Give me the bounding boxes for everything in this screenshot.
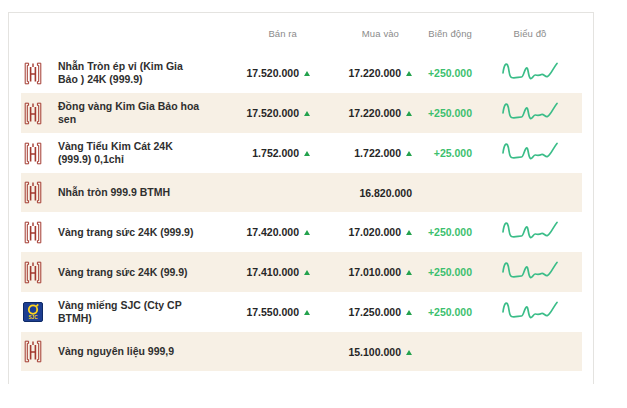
- sparkline-cell: [474, 259, 582, 285]
- brand-logo: SJC: [23, 221, 43, 244]
- buy-price: 16.820.000: [359, 187, 412, 199]
- table-row: SJC Vàng miếng SJC (Cty CP BTMH) 17.550.…: [21, 292, 582, 332]
- buy-price: 1.722.000: [354, 147, 401, 159]
- price-change: +250.000: [412, 266, 474, 278]
- sell-price-cell: 17.420.000: [218, 226, 310, 238]
- product-name: Vàng nguyên liệu 999,9: [58, 345, 174, 358]
- product-name: Nhẫn tròn 999.9 BTMH: [58, 186, 170, 199]
- up-triangle-icon: [406, 350, 412, 355]
- buy-price-cell: 17.020.000: [310, 226, 412, 238]
- column-header-buy: Mua vào: [310, 28, 412, 39]
- btmh-logo-icon: [23, 102, 43, 125]
- sparkline-chart-icon: [501, 299, 559, 325]
- table-row: SJC Nhẫn tròn 999.9 BTMH 16.820.000: [21, 173, 582, 212]
- product-name-cell: SJC Nhẫn Tròn ép vỉ (Kim Gia Bảo ) 24K (…: [21, 60, 218, 86]
- brand-logo: SJC: [23, 102, 43, 125]
- buy-price-cell: 17.250.000: [310, 306, 412, 318]
- sell-price-cell: 17.520.000: [218, 67, 310, 79]
- svg-text:SJC: SJC: [29, 315, 39, 320]
- table-row: SJC Vàng nguyên liệu 999,9 15.100.000: [21, 332, 582, 371]
- product-name: Đồng vàng Kim Gia Bảo hoa sen: [58, 100, 204, 126]
- brand-logo: SJC: [23, 142, 43, 165]
- buy-price-cell: 15.100.000: [310, 346, 412, 358]
- sell-price: 17.520.000: [246, 107, 299, 119]
- product-name: Vàng miếng SJC (Cty CP BTMH): [58, 299, 204, 325]
- column-header-chart: Biểu đồ: [474, 28, 582, 39]
- buy-price-cell: 16.820.000: [310, 187, 412, 199]
- buy-price: 17.020.000: [348, 226, 401, 238]
- brand-logo: SJC: [23, 301, 43, 324]
- product-name: Vàng trang sức 24K (99.9): [58, 266, 188, 279]
- product-name-cell: SJC Đồng vàng Kim Gia Bảo hoa sen: [21, 100, 218, 126]
- sell-price-cell: 17.550.000: [218, 306, 310, 318]
- table-row: SJC Đồng vàng Kim Gia Bảo hoa sen 17.520…: [21, 93, 582, 133]
- product-name: Nhẫn Tròn ép vỉ (Kim Gia Bảo ) 24K (999.…: [58, 60, 204, 86]
- btmh-logo-icon: [23, 62, 43, 85]
- price-change: +250.000: [412, 226, 474, 238]
- product-name: Vàng trang sức 24K (999.9): [58, 226, 193, 239]
- sparkline-cell: [474, 60, 582, 86]
- buy-price: 15.100.000: [348, 346, 401, 358]
- sell-price: 17.550.000: [246, 306, 299, 318]
- column-header-sell: Bán ra: [218, 28, 310, 39]
- product-name-cell: SJC Vàng nguyên liệu 999,9: [21, 340, 218, 363]
- column-header-change: Biến động: [412, 28, 474, 39]
- buy-price: 17.220.000: [348, 107, 401, 119]
- gold-price-table-card: Bán ra Mua vào Biến động Biểu đồ SJC: [8, 12, 594, 384]
- product-name-cell: SJC Vàng trang sức 24K (99.9): [21, 261, 218, 284]
- price-change: +250.000: [412, 67, 474, 79]
- buy-price: 17.250.000: [348, 306, 401, 318]
- table-row: SJC Nhẫn Tròn ép vỉ (Kim Gia Bảo ) 24K (…: [21, 53, 582, 93]
- sparkline-chart-icon: [501, 140, 559, 166]
- table-row: SJC Vàng Tiểu Kim Cát 24K (999.9) 0,1chỉ…: [21, 133, 582, 173]
- sell-price-cell: 1.752.000: [218, 147, 310, 159]
- buy-price-cell: 17.220.000: [310, 67, 412, 79]
- brand-logo: SJC: [23, 62, 43, 85]
- sell-price: 17.410.000: [246, 266, 299, 278]
- btmh-logo-icon: [23, 340, 43, 363]
- buy-price-cell: 17.220.000: [310, 107, 412, 119]
- btmh-logo-icon: [23, 221, 43, 244]
- sell-price: 17.420.000: [246, 226, 299, 238]
- sell-price-cell: 17.520.000: [218, 107, 310, 119]
- product-name-cell: SJC Vàng Tiểu Kim Cát 24K (999.9) 0,1chỉ: [21, 140, 218, 166]
- buy-price: 17.010.000: [348, 266, 401, 278]
- btmh-logo-icon: [23, 261, 43, 284]
- product-name: Vàng Tiểu Kim Cát 24K (999.9) 0,1chỉ: [58, 140, 204, 166]
- sparkline-cell: [474, 140, 582, 166]
- product-name-cell: SJC Nhẫn tròn 999.9 BTMH: [21, 181, 218, 204]
- sparkline-chart-icon: [501, 259, 559, 285]
- sjc-logo-icon: SJC: [23, 302, 43, 322]
- brand-logo: SJC: [23, 181, 43, 204]
- sparkline-cell: [474, 299, 582, 325]
- sell-price: 17.520.000: [246, 67, 299, 79]
- buy-price: 17.220.000: [348, 67, 401, 79]
- sparkline-chart-icon: [501, 100, 559, 126]
- sparkline-chart-icon: [501, 60, 559, 86]
- product-name-cell: SJC Vàng miếng SJC (Cty CP BTMH): [21, 299, 218, 325]
- btmh-logo-icon: [23, 181, 43, 204]
- brand-logo: SJC: [23, 340, 43, 363]
- sell-price: 1.752.000: [252, 147, 299, 159]
- sell-price-cell: 17.410.000: [218, 266, 310, 278]
- buy-price-cell: 1.722.000: [310, 147, 412, 159]
- price-change: +250.000: [412, 306, 474, 318]
- table-body: SJC Nhẫn Tròn ép vỉ (Kim Gia Bảo ) 24K (…: [21, 53, 582, 371]
- sparkline-chart-icon: [501, 219, 559, 245]
- sparkline-cell: [474, 100, 582, 126]
- btmh-logo-icon: [23, 142, 43, 165]
- buy-price-cell: 17.010.000: [310, 266, 412, 278]
- sparkline-cell: [474, 219, 582, 245]
- table-row: SJC Vàng trang sức 24K (99.9) 17.410.000…: [21, 252, 582, 292]
- product-name-cell: SJC Vàng trang sức 24K (999.9): [21, 221, 218, 244]
- table-row: SJC Vàng trang sức 24K (999.9) 17.420.00…: [21, 212, 582, 252]
- price-change: +25.000: [412, 147, 474, 159]
- price-change: +250.000: [412, 107, 474, 119]
- table-header-row: Bán ra Mua vào Biến động Biểu đồ: [21, 13, 582, 53]
- brand-logo: SJC: [23, 261, 43, 284]
